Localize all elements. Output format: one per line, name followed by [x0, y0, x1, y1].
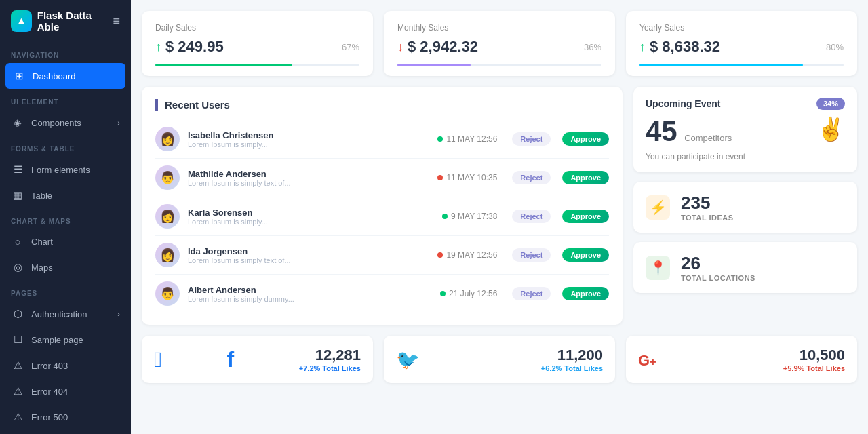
sidebar-item-label: Error 403 [31, 361, 68, 371]
daily-sales-percent: 67% [342, 42, 359, 52]
sidebar-item-label: Components [31, 118, 81, 128]
avatar: 👨 [155, 165, 180, 190]
table-row: 👨 Mathilde Andersen Lorem Ipsum is simpl… [155, 159, 609, 197]
sidebar-item-authentication[interactable]: ⬡ Authentication › [0, 301, 131, 327]
ideas-number: 235 [681, 193, 734, 214]
event-badge: 34% [816, 98, 845, 110]
monthly-sales-amount: ↓ $ 2,942.32 [397, 38, 478, 56]
sidebar-item-dashboard[interactable]: ⊞ Dashboard [5, 63, 125, 89]
sidebar-item-label: Error 404 [31, 387, 68, 397]
event-competitors: Competitors [684, 133, 732, 143]
table-row: 👩 Ida Jorgensen Lorem Ipsum is simply te… [155, 236, 609, 275]
status-dot [437, 175, 443, 180]
reject-button[interactable]: Reject [512, 248, 551, 262]
user-desc: Lorem Ipsum is simply text of... [188, 179, 429, 187]
user-name: Albert Andersen [188, 285, 432, 295]
avatar: 👩 [155, 243, 180, 267]
sidebar-item-error-403[interactable]: ⚠ Error 403 [0, 353, 131, 378]
nav-section-navigation: NAVIGATION [0, 42, 131, 63]
user-desc: Lorem Ipsum is simply... [188, 218, 434, 226]
gp-sub: +5.9% Total Likes [783, 364, 845, 372]
reject-button[interactable]: Reject [512, 210, 551, 223]
user-list: 👩 Isabella Christensen Lorem Ipsum is si… [155, 120, 609, 313]
user-date: 9 MAY 17:38 [442, 212, 497, 221]
daily-sales-label: Daily Sales [155, 23, 359, 33]
form-icon: ☰ [11, 163, 24, 176]
nav-section-pages: PAGES [0, 280, 131, 301]
status-dot [437, 252, 443, 258]
monthly-sales-percent: 36% [584, 42, 601, 52]
ideas-label: TOTAL IDEAS [681, 214, 734, 222]
monthly-sales-label: Monthly Sales [397, 23, 601, 33]
approve-button[interactable]: Approve [562, 171, 609, 184]
sidebar-item-label: Form elements [31, 165, 90, 175]
sidebar-item-error-404[interactable]: ⚠ Error 404 [0, 378, 131, 404]
main-content: Daily Sales ↑ $ 249.95 67% Monthly Sales… [131, 0, 868, 434]
daily-sales-bar [155, 64, 359, 66]
user-name: Ida Jorgensen [188, 246, 429, 256]
error-icon: ⚠ [11, 385, 24, 397]
nav-section-chart: CHART & MAPS [0, 208, 131, 229]
user-name: Isabella Christensen [188, 130, 429, 140]
page-icon: ☐ [11, 334, 24, 346]
sidebar-item-table[interactable]: ▦ Table [0, 182, 131, 208]
sidebar-item-label: Error 500 [31, 412, 68, 422]
user-date: 19 MAY 12:56 [437, 250, 497, 260]
approve-button[interactable]: Approve [562, 132, 609, 146]
social-row:  f 12,281 +7.2% Total Likes 🐦 11,200 +6… [142, 336, 857, 383]
facebook-card:  f 12,281 +7.2% Total Likes [142, 336, 373, 383]
monthly-sales-bar [397, 64, 601, 66]
monthly-sales-card: Monthly Sales ↓ $ 2,942.32 36% [384, 11, 615, 76]
fb-icon-text: f [226, 347, 234, 372]
sidebar-item-maps[interactable]: ◎ Maps [0, 254, 131, 280]
yearly-sales-label: Yearly Sales [639, 23, 844, 33]
approve-button[interactable]: Approve [562, 210, 609, 223]
sidebar-item-components[interactable]: ◈ Components › [0, 110, 131, 136]
yearly-sales-bar-fill [639, 64, 803, 66]
locations-card: 📍 26 TOTAL LOCATIONS [633, 242, 857, 293]
right-panel: Upcoming Event 34% ✌️ 45 Competitors You… [633, 87, 857, 325]
up-arrow-icon: ↑ [639, 40, 646, 54]
twitter-icon: 🐦 [396, 349, 420, 371]
hamburger-icon[interactable]: ≡ [113, 14, 120, 28]
gplus-icon: G+ [638, 349, 656, 370]
user-date: 11 MAY 12:56 [437, 134, 497, 144]
locations-number: 26 [681, 253, 755, 274]
user-desc: Lorem Ipsum is simply... [188, 140, 429, 149]
event-title: Upcoming Event [646, 98, 720, 109]
status-dot [442, 214, 448, 219]
sidebar-item-chart[interactable]: ○ Chart [0, 229, 131, 254]
reject-button[interactable]: Reject [512, 171, 551, 184]
user-date: 21 July 12:56 [440, 289, 497, 298]
tw-count: 11,200 [541, 347, 603, 364]
yearly-sales-amount: ↑ $ 8,638.32 [639, 38, 720, 56]
user-desc: Lorem Ipsum is simply dummy... [188, 295, 432, 303]
yearly-sales-card: Yearly Sales ↑ $ 8,638.32 80% [626, 11, 857, 76]
status-dot [440, 291, 446, 296]
approve-button[interactable]: Approve [562, 287, 609, 300]
sidebar-item-label: Table [31, 191, 52, 201]
yearly-sales-bar [639, 64, 844, 66]
reject-button[interactable]: Reject [512, 287, 551, 300]
reject-button[interactable]: Reject [512, 132, 551, 146]
user-name: Karla Sorensen [188, 208, 434, 218]
down-arrow-icon: ↓ [397, 40, 403, 54]
daily-sales-card: Daily Sales ↑ $ 249.95 67% [142, 11, 373, 76]
avatar: 👨 [155, 281, 180, 306]
auth-icon: ⬡ [11, 308, 24, 320]
app-name: Flask Datta Able [37, 9, 113, 33]
lightning-icon: ⚡ [646, 195, 670, 220]
sidebar-item-sample-page[interactable]: ☐ Sample page [0, 327, 131, 353]
daily-sales-bar-fill [155, 64, 292, 66]
sidebar-item-label: Sample page [31, 335, 83, 345]
sidebar-header: ▲ Flask Datta Able ≡ [0, 0, 131, 42]
maps-icon: ◎ [11, 261, 24, 273]
sidebar-item-error-500[interactable]: ⚠ Error 500 [0, 404, 131, 430]
stats-row: Daily Sales ↑ $ 249.95 67% Monthly Sales… [142, 11, 857, 76]
user-name: Mathilde Andersen [188, 169, 429, 179]
middle-row: Recent Users 👩 Isabella Christensen Lore… [142, 87, 857, 325]
googleplus-card: G+ 10,500 +5.9% Total Likes [626, 336, 857, 383]
approve-button[interactable]: Approve [562, 248, 609, 262]
location-icon: 📍 [646, 256, 670, 280]
sidebar-item-form-elements[interactable]: ☰ Form elements [0, 157, 131, 182]
